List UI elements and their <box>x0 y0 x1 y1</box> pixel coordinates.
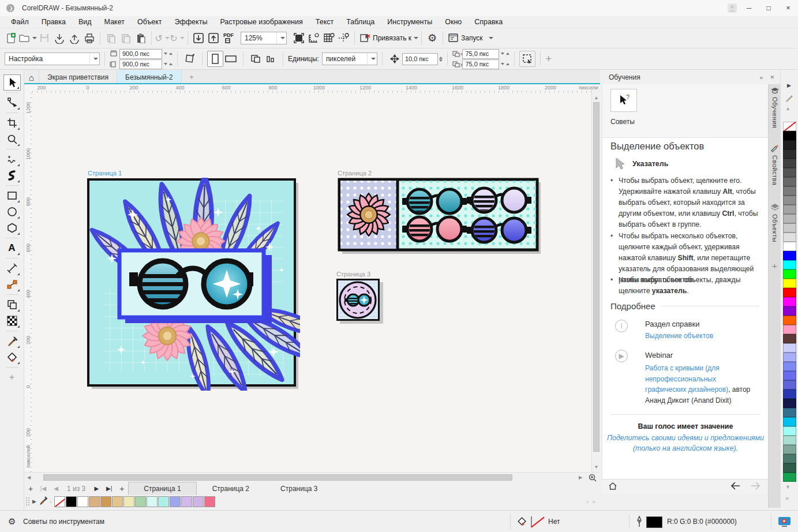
main-swatch[interactable] <box>783 177 796 186</box>
zoom-tool[interactable] <box>3 131 21 147</box>
docker-forward-icon[interactable] <box>750 481 761 493</box>
main-swatch[interactable] <box>783 362 796 371</box>
doc-swatch[interactable] <box>77 496 88 507</box>
last-page-icon[interactable]: ▶| <box>103 485 115 492</box>
crop-tool[interactable] <box>3 115 21 131</box>
options-gear-icon[interactable]: ⚙ <box>425 31 440 46</box>
connector-tool[interactable] <box>3 276 21 293</box>
preset-combo[interactable]: Настройка <box>5 53 100 65</box>
transparency-tool[interactable] <box>3 297 21 313</box>
main-swatch-none[interactable] <box>783 122 796 131</box>
duplicate-y-field[interactable]: 75,0 пкс <box>462 59 499 69</box>
menu-text[interactable]: Текст <box>309 16 340 28</box>
menu-help[interactable]: Справка <box>468 16 509 28</box>
main-swatch[interactable] <box>783 417 796 426</box>
fullscreen-preview-button[interactable] <box>291 31 306 46</box>
zoom-level-combo[interactable]: 125% <box>241 32 287 44</box>
horizontal-scrollbar[interactable]: ◀ ▶ <box>24 472 600 482</box>
palette-flyout-icon[interactable]: ▶ <box>32 499 36 504</box>
main-swatch[interactable] <box>783 463 796 473</box>
palette-scroll-right-icon[interactable]: › <box>586 498 589 505</box>
hints-pointer-button[interactable]: ? <box>610 89 637 112</box>
document-color-settings-icon[interactable] <box>778 516 792 530</box>
main-swatch[interactable] <box>783 288 796 297</box>
polygon-tool[interactable] <box>3 220 21 236</box>
export-button[interactable] <box>206 31 221 46</box>
vertical-ruler[interactable]: 1200 1000 800 600 400 200 0 200 пикселей <box>24 93 33 472</box>
drawing-canvas[interactable]: Страница 1 <box>32 93 591 472</box>
doc-swatch[interactable] <box>158 496 169 507</box>
main-swatch[interactable] <box>783 371 796 380</box>
dimension-tool[interactable] <box>3 260 21 276</box>
main-swatch[interactable] <box>783 140 796 149</box>
text-tool[interactable]: А <box>3 240 21 256</box>
customize-propbar-plus[interactable]: + <box>545 53 552 65</box>
menu-table[interactable]: Таблица <box>340 16 381 28</box>
palette-flyout-icon[interactable]: ▶ <box>787 83 791 88</box>
freehand-tool[interactable] <box>3 151 21 167</box>
launch-label[interactable]: Запуск <box>461 34 483 42</box>
customize-toolbox-plus[interactable]: + <box>3 369 21 385</box>
undo-button[interactable]: ↺ <box>155 31 170 46</box>
scroll-right-icon[interactable]: ▶ <box>577 474 584 481</box>
page2-label[interactable]: Страница 2 <box>338 170 372 177</box>
page1-artwork[interactable] <box>87 178 300 391</box>
palette-scroll-down-icon[interactable]: ▼ <box>785 484 790 490</box>
home-tab[interactable]: ⌂ <box>24 70 39 84</box>
all-page-sizes-button[interactable] <box>263 51 278 66</box>
portrait-button[interactable] <box>207 51 223 67</box>
menu-bitmaps[interactable]: Растровые изображения <box>213 16 309 28</box>
menu-tools[interactable]: Инструменты <box>381 16 439 28</box>
outline-pen-icon[interactable] <box>636 516 643 530</box>
main-swatch[interactable] <box>783 325 796 334</box>
main-swatch[interactable] <box>783 454 796 463</box>
page-tab-2[interactable]: Страница 2 <box>197 482 265 496</box>
scroll-down-icon[interactable]: ▼ <box>592 463 601 470</box>
palette-drag-handle[interactable] <box>25 497 30 506</box>
main-swatch[interactable] <box>783 343 796 353</box>
ellipse-tool[interactable] <box>3 204 21 220</box>
menu-file[interactable]: Файл <box>5 16 35 28</box>
save-button[interactable] <box>37 31 52 46</box>
menu-window[interactable]: Окно <box>439 16 468 28</box>
eyedropper-tool[interactable] <box>3 333 21 349</box>
redo-button[interactable]: ↻ <box>170 31 185 46</box>
nudge-field[interactable]: 10,0 пкс <box>402 53 438 65</box>
main-swatch[interactable] <box>783 399 796 408</box>
open-button[interactable] <box>18 31 37 46</box>
get-content-icon[interactable] <box>52 31 67 46</box>
main-swatch[interactable] <box>783 251 796 260</box>
scroll-left-icon[interactable]: ◀ <box>25 474 32 481</box>
docker-tab-hints[interactable]: Обучения <box>769 87 781 128</box>
shape-tool[interactable] <box>3 95 21 111</box>
menu-view[interactable]: Вид <box>72 16 98 28</box>
doc-swatch[interactable] <box>181 496 192 507</box>
outline-color-swatch[interactable] <box>646 516 662 528</box>
docker-home-icon[interactable] <box>608 481 618 493</box>
next-page-icon[interactable]: ▶ <box>90 485 103 492</box>
palette-eyedropper-icon[interactable] <box>785 93 793 104</box>
main-swatch[interactable] <box>783 260 796 269</box>
palette-expand-icon[interactable]: » <box>785 494 789 501</box>
doc-swatch[interactable] <box>147 496 158 507</box>
main-swatch[interactable] <box>783 353 796 362</box>
main-swatch[interactable] <box>783 131 796 140</box>
main-swatch[interactable] <box>783 473 796 482</box>
page3-artwork[interactable] <box>336 279 384 324</box>
fill-color-icon[interactable] <box>517 516 527 529</box>
status-gear-icon[interactable]: ⚙ <box>8 516 16 527</box>
doc-swatch[interactable] <box>100 496 111 507</box>
main-swatch[interactable] <box>783 186 796 196</box>
main-swatch[interactable] <box>783 214 796 223</box>
publish-pdf-button[interactable]: PDF <box>221 31 236 46</box>
docker-tab-objects[interactable]: Объекты <box>769 203 781 242</box>
share-content-icon[interactable] <box>67 31 82 46</box>
account-icon[interactable] <box>725 1 739 15</box>
treat-as-filled-button[interactable] <box>519 51 535 67</box>
palette-eyedropper-icon[interactable] <box>39 496 47 507</box>
cut-button[interactable] <box>103 31 118 46</box>
help-topic-link[interactable]: Выделение объектов <box>645 332 713 340</box>
page-tab-3[interactable]: Страница 3 <box>265 482 333 496</box>
main-swatch[interactable] <box>783 242 796 251</box>
add-docker-plus[interactable]: + <box>769 261 781 271</box>
